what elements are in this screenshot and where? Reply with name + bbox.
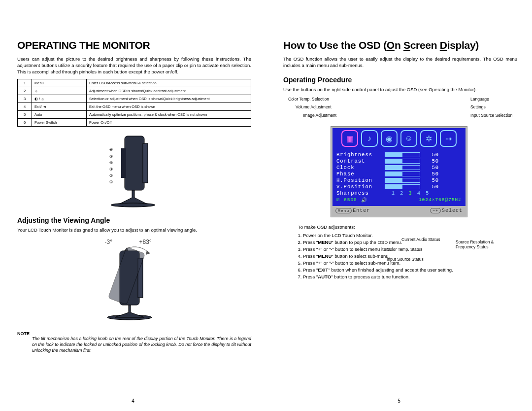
cell-desc: Exit the OSD menu when OSD is shown (87, 103, 251, 111)
right-intro: The OSD function allows the user to easi… (283, 56, 517, 69)
svg-point-3 (111, 203, 155, 207)
marker-1: ① (109, 180, 113, 184)
osd-audio: 🔊 (361, 197, 367, 203)
osd-row-name: Contrast (336, 158, 381, 164)
osd-res: 1024×768@75Hz (419, 197, 462, 203)
callout-src-status: Input Source Status (387, 257, 424, 262)
sharp-num: 3 (408, 190, 412, 196)
cell-label: Auto (32, 111, 87, 119)
cell-num: 6 (18, 119, 32, 127)
sharp-num: 1 (392, 190, 395, 196)
svg-rect-1 (143, 143, 148, 183)
osd-row: Phase50 (336, 171, 462, 177)
page-right: How to Use the OSD (On Screen Display) T… (266, 0, 532, 411)
osd-icon-input: ⇢ (440, 130, 457, 147)
osd-rows: Brightness50Contrast50Clock50Phase50H.Po… (336, 152, 462, 190)
callout-settings: Settings (470, 104, 486, 109)
table-row: 6Power SwitchPower On/Off (18, 119, 251, 127)
cell-desc: Power On/Off (87, 119, 251, 127)
page-left: OPERATING THE MONITOR Users can adjust t… (0, 0, 266, 411)
left-intro: Users can adjust the picture to the desi… (17, 56, 251, 75)
osd-sel-btn: −+ (430, 208, 441, 213)
osd-ct: 6500 (344, 197, 357, 203)
callout-colortemp: Color Temp. Selection (288, 97, 329, 102)
osd-row-bar (385, 159, 420, 164)
cell-desc: Adjustment when OSD is shown/Quick contr… (87, 87, 251, 95)
osd-status-line: ⎚ 6500 🔊 1024×768@75Hz (336, 197, 462, 203)
osd-icon-language: ☺ (400, 130, 417, 147)
osd-icon-row: ▦ ♪ ◉ ☺ ✲ ⇢ (332, 128, 466, 149)
step-item: Press "AUTO" button to process auto tune… (303, 274, 517, 279)
tilt-svg (100, 239, 169, 322)
cell-num: 1 (18, 79, 32, 87)
adj-text: Your LCD Touch Monitor is designed to al… (17, 227, 251, 234)
osd-row-val: 50 (424, 184, 439, 190)
osd-menu-btn: Menu (335, 208, 352, 213)
left-title: OPERATING THE MONITOR (17, 39, 251, 51)
callout-input-sel: Input Source Selection (470, 113, 513, 118)
osd-icon-volume: ♪ (361, 130, 378, 147)
cell-desc: Selection or adjustment when OSD is show… (87, 95, 251, 103)
right-title: How to Use the OSD (On Screen Display) (283, 39, 517, 51)
osd-row-bar (385, 165, 420, 170)
osd-row-val: 50 (424, 152, 439, 158)
cell-desc: Enter OSD/Access sub-menu & selection (87, 79, 251, 87)
osd-row-bar (385, 171, 420, 176)
note-text: The tilt mechanism has a locking knob on… (17, 336, 251, 353)
adj-title: Adjusting the Viewing Angle (17, 216, 251, 224)
callout-volume: Volume Adjustment (296, 104, 332, 109)
cell-num: 2 (18, 87, 32, 95)
svg-rect-0 (125, 136, 144, 190)
osd-icon-image: ▦ (341, 130, 358, 147)
table-row: 4Exit/ ◄Exit the OSD menu when OSD is sh… (18, 103, 251, 111)
osd-row-bar (385, 184, 420, 189)
osd-row-name: V.Position (336, 184, 381, 190)
button-table-body: 1MenuEnter OSD/Access sub-menu & selecti… (18, 79, 251, 127)
osd-panel: ▦ ♪ ◉ ☺ ✲ ⇢ Brightness50Contrast50Clock5… (331, 126, 467, 217)
step-item: Press "EXIT" button when finished adjust… (303, 267, 517, 273)
osd-row-val: 50 (424, 165, 439, 171)
osd-row: Clock50 (336, 165, 462, 171)
cell-num: 4 (18, 103, 32, 111)
osd-row: V.Position50 (336, 184, 462, 190)
osd-row: Brightness50 (336, 152, 462, 158)
osd-icon-colortemp: ◉ (381, 130, 398, 147)
pagenum-right: 5 (266, 398, 532, 404)
monitor-side-figure: ⑥ ⑤ ④ ③ ② ① (17, 134, 251, 209)
osd-row-name: Phase (336, 171, 381, 177)
pagenum-left: 4 (0, 398, 266, 404)
button-table: 1MenuEnter OSD/Access sub-menu & selecti… (17, 79, 251, 127)
table-row: 2☼Adjustment when OSD is shown/Quick con… (18, 87, 251, 95)
marker-6: ⑥ (109, 147, 113, 152)
osd-row-val: 50 (424, 158, 439, 164)
cell-label: Exit/ ◄ (32, 103, 87, 111)
sharp-num: 5 (426, 190, 429, 196)
sharp-num: 4 (417, 190, 421, 196)
note-label: NOTE (17, 331, 251, 336)
callout-language: Language (470, 97, 489, 102)
steps-intro: To make OSD adjustments: (298, 224, 517, 230)
callout-ct-status: Color Temp. Status (387, 247, 422, 252)
osd-row-val: 50 (424, 177, 439, 183)
osd-row-name: Clock (336, 165, 381, 171)
osd-src-icon: ⎚ (336, 197, 340, 203)
cell-label: ☼ (32, 87, 87, 95)
osd-select: Select (442, 208, 463, 213)
tilt-neg: -3° (105, 239, 112, 245)
marker-2: ② (109, 173, 113, 178)
callout-cur-audio: Current Audio Status (401, 237, 440, 242)
callout-res-status: Source Resolution & Frequency Status (456, 240, 510, 249)
osd-row: H.Position50 (336, 177, 462, 183)
svg-rect-2 (121, 148, 126, 178)
cell-num: 5 (18, 111, 32, 119)
osd-sharp-label: Sharpness (336, 190, 381, 196)
callout-image: Image Adjustment (303, 113, 336, 118)
cell-num: 3 (18, 95, 32, 103)
marker-3: ③ (109, 167, 113, 171)
osd-body: Brightness50Contrast50Clock50Phase50H.Po… (332, 149, 466, 206)
table-row: 3◐ / ☼Selection or adjustment when OSD i… (18, 95, 251, 103)
osd-figure: Color Temp. Selection Volume Adjustment … (283, 97, 515, 217)
osd-icon-settings: ✲ (420, 130, 437, 147)
table-row: 5AutoAutomatically optimize positions, p… (18, 111, 251, 119)
osd-footer: MenuEnter −+Select (332, 206, 466, 215)
